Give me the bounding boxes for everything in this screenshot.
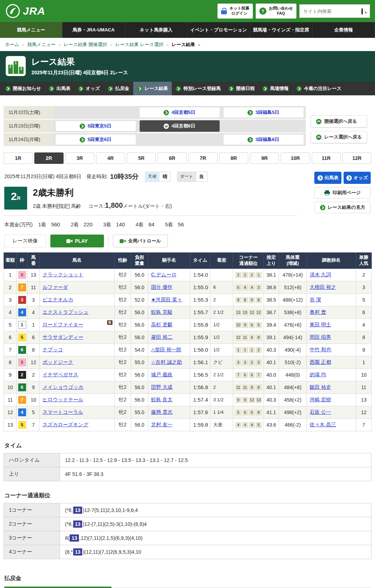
race-tab[interactable]: 6R xyxy=(158,152,186,164)
jockey-link[interactable]: 藤懸 貴志 xyxy=(151,409,172,415)
print-page-button[interactable]: 印刷用ページ xyxy=(314,187,371,198)
jockey-link[interactable]: 城戸 義政 xyxy=(151,372,172,377)
jockey-link[interactable]: 国分 優作 xyxy=(151,284,172,290)
trainer-link[interactable]: 中竹 和也 xyxy=(310,347,331,352)
meeting-button-kyoto6-selected[interactable]: 4回京都6日 xyxy=(140,120,220,132)
shutsuba-button[interactable]: 出馬表 xyxy=(314,172,341,184)
section-nav-item[interactable]: レース結果 xyxy=(133,82,172,95)
jockey-link[interactable]: 鮫島 克駿 xyxy=(151,309,172,315)
margin: 2 xyxy=(210,381,233,393)
odds-button[interactable]: オッズ xyxy=(344,172,371,184)
frame-cell: 3 xyxy=(17,293,28,306)
main-nav-item[interactable]: 競馬メニュー xyxy=(0,22,62,38)
trainer-link[interactable]: 大根田 裕之 xyxy=(310,284,336,290)
horse-name-link[interactable]: イチザペガサス xyxy=(42,372,78,377)
race-tab[interactable]: 11R xyxy=(312,152,341,164)
trainer-link[interactable]: 奥村 豊 xyxy=(310,309,326,315)
main-nav-item[interactable]: 馬券・JRA-UMACA xyxy=(62,22,125,38)
play-button[interactable]: PLAY xyxy=(50,235,104,247)
search-input[interactable] xyxy=(302,8,361,14)
jockey-link[interactable]: 北村 友一 xyxy=(151,422,172,427)
horse-name-link[interactable]: スズカローズキング xyxy=(42,422,89,427)
trainer-link[interactable]: 的場 均 xyxy=(310,372,326,377)
trainer-link[interactable]: 西園 正都 xyxy=(310,359,331,365)
horse-name-link[interactable]: ナブッコ xyxy=(42,347,63,352)
race-tab[interactable]: 9R xyxy=(250,152,279,164)
results-header-cell: コーナー 通過順位 xyxy=(233,253,264,269)
trainer-link[interactable]: 飯田 祐史 xyxy=(310,384,331,390)
section-nav-item[interactable]: 特別レース登録馬 xyxy=(172,82,225,95)
back-to-meeting-select-button[interactable]: 開催選択へ戻る xyxy=(311,115,367,127)
horse-name-link[interactable]: ロードファイター xyxy=(42,322,83,327)
main-nav-item[interactable]: 企業情報 xyxy=(312,22,375,38)
corner-pos: 2 xyxy=(256,347,262,353)
trainer-link[interactable]: 佐々木 晶三 xyxy=(310,422,336,427)
back-to-race-select-button[interactable]: レース選択へ戻る xyxy=(311,131,367,143)
breadcrumb-item[interactable]: レース結果 xyxy=(172,41,201,48)
horse-name-link[interactable]: ポッドジーク xyxy=(42,359,73,365)
breadcrumb-item[interactable]: レース結果 開催選択 xyxy=(64,41,113,48)
trainer-link[interactable]: 谷 潔 xyxy=(310,297,321,302)
race-tab[interactable]: 1R xyxy=(4,152,32,164)
main-nav-item[interactable]: 競馬場・ウインズ・指定席 xyxy=(250,22,312,38)
corner-pos: 8 xyxy=(242,297,248,303)
jockey-link[interactable]: C.デムーロ xyxy=(151,272,176,277)
trainer-link[interactable]: 東田 明士 xyxy=(310,322,331,327)
trainer-link[interactable]: 石坂 公一 xyxy=(310,409,331,415)
main-nav-item[interactable]: ネット馬券購入 xyxy=(125,22,188,38)
race-tab[interactable]: 8R xyxy=(219,152,248,164)
jockey-link[interactable]: 団野 大成 xyxy=(151,384,172,390)
faq-button[interactable]: ? お問い合わせ FAQ xyxy=(256,4,296,19)
race-tab[interactable]: 5R xyxy=(127,152,156,164)
sex-age: 牡2 xyxy=(115,381,131,393)
horse-name-link[interactable]: ピエナオルカ xyxy=(42,297,73,302)
horse-name-link[interactable]: メイショウゴッホ xyxy=(42,384,84,390)
horse-name-link[interactable]: スマートコーラル xyxy=(42,409,83,415)
jockey-link[interactable]: 鮫島 良太 xyxy=(151,397,172,402)
race-tab[interactable]: 7R xyxy=(189,152,218,164)
results-header-cell: 馬名 xyxy=(40,253,115,269)
section-nav-item[interactable]: 開催お知らせ xyxy=(1,82,45,95)
circle-arrow-right-icon xyxy=(296,86,302,91)
race-tab[interactable]: 3R xyxy=(65,152,94,164)
meeting-button-kyoto5[interactable]: 4回京都5日 xyxy=(140,107,220,117)
section-nav-item[interactable]: 払戻金 xyxy=(104,82,133,95)
race-tab[interactable]: 10R xyxy=(281,152,310,164)
horse-name-link[interactable]: ヒロウッドテール xyxy=(42,397,83,402)
horse-name-link[interactable]: サラサダンディー xyxy=(42,334,83,340)
jockey-link[interactable]: △柴田 裕一郎 xyxy=(151,347,181,352)
race-tab[interactable]: 4R xyxy=(96,152,125,164)
section-nav-item[interactable]: 開催日程 xyxy=(225,82,259,95)
how-to-read-button[interactable]: レース結果の見方 xyxy=(314,202,371,213)
race-tab[interactable]: 12R xyxy=(342,152,371,164)
section-nav-item[interactable]: 馬場情報 xyxy=(259,82,292,95)
main-nav-item[interactable]: イベント・プロモーション xyxy=(188,22,250,38)
horse-name-link[interactable]: ルファーダ xyxy=(42,284,68,290)
breadcrumb-item[interactable]: ホーム xyxy=(5,41,25,48)
race-tab[interactable]: 2R xyxy=(34,152,63,164)
trainer-link[interactable]: 河嶋 宏樹 xyxy=(310,397,331,402)
trainer-link[interactable]: 清水 久詞 xyxy=(310,272,331,277)
section-nav-item[interactable]: 出馬表 xyxy=(45,82,74,95)
jra-logo[interactable]: JRA xyxy=(5,3,45,19)
horse-name-link[interactable]: クラックショット xyxy=(42,272,84,277)
trainer-link[interactable]: 岡田 稲男 xyxy=(310,334,331,340)
jockey-link[interactable]: ★河原田 菜々 xyxy=(151,297,182,302)
meeting-button-fukushima5[interactable]: 3回福島5日 xyxy=(224,107,304,117)
jockey-link[interactable]: ☆吉村 誠之助 xyxy=(151,359,182,365)
search-icon[interactable] xyxy=(361,9,367,14)
breadcrumb-item[interactable]: レース結果 レース選択 xyxy=(115,41,170,48)
jockey-link[interactable]: 菱田 裕二 xyxy=(151,334,172,340)
corner-pos: 2 xyxy=(249,360,255,366)
section-nav-item[interactable]: オッズ xyxy=(74,82,104,95)
section-nav-item[interactable]: 今週の注目レース xyxy=(292,82,345,95)
prize-item: 5着56 xyxy=(165,221,194,228)
breadcrumb-item[interactable]: 競馬メニュー xyxy=(28,41,62,48)
meeting-button-fukushima6[interactable]: 3回福島6日 xyxy=(224,135,304,145)
net-voting-login-button[interactable]: ネット投票 ログイン xyxy=(218,4,253,19)
horse-name-link[interactable]: エクストラプッシュ xyxy=(42,309,89,315)
meeting-button-tokyo5[interactable]: 5回東京5日 xyxy=(56,121,136,131)
patrol-video-button[interactable]: 全周パトロール xyxy=(113,235,168,247)
jockey-link[interactable]: 高杉 吏麒 xyxy=(151,322,172,327)
meeting-button-tokyo6[interactable]: 5回東京6日 xyxy=(56,135,136,145)
